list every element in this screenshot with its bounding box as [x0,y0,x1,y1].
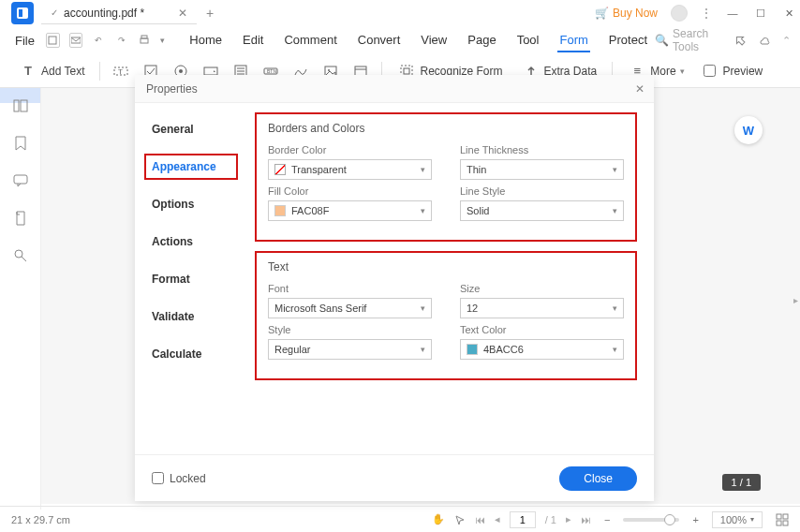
chevron-down-icon: ▾ [750,515,754,524]
font-label: Font [268,283,432,294]
menu-form[interactable]: Form [557,29,589,52]
first-page-icon[interactable]: ⏮ [475,514,485,525]
tab-validate[interactable]: Validate [135,303,247,330]
share-icon[interactable] [733,34,747,47]
search-panel-icon[interactable] [12,247,29,264]
line-style-combo[interactable]: Solid [460,200,624,221]
text-icon: T [19,62,37,81]
svg-rect-31 [777,521,781,525]
thumbnails-icon[interactable] [12,97,29,114]
main-menu: Home Edit Comment Convert View Page Tool… [187,29,649,52]
fill-color-combo[interactable]: FAC08F [268,200,432,221]
style-combo[interactable]: Regular [268,339,432,360]
close-button[interactable]: Close [559,466,637,491]
tab-title: accounting.pdf * [64,7,144,20]
tab-actions[interactable]: Actions [135,229,247,255]
page-badge: 1 / 1 [722,474,761,491]
hand-tool-icon[interactable]: ✋ [432,513,445,525]
bookmarks-icon[interactable] [12,135,29,152]
border-color-combo[interactable]: Transparent [268,159,432,180]
preview-checkbox-input[interactable] [704,65,716,77]
zoom-in-icon[interactable]: + [692,514,698,525]
page-input[interactable] [510,511,536,528]
text-color-value: 4BACC6 [483,344,524,355]
comments-icon[interactable] [12,172,29,189]
size-combo[interactable]: 12 [460,298,624,318]
borders-colors-section: Borders and Colors Border Color Transpar… [255,112,637,242]
border-color-value: Transparent [291,164,347,175]
word-export-widget[interactable]: W [734,116,763,144]
locked-checkbox[interactable]: Locked [152,472,206,485]
next-page-icon[interactable]: ▸ [566,513,571,525]
user-avatar-icon[interactable] [671,5,688,22]
statusbar: 21 x 29.7 cm ✋ ⏮ ◂ / 1 ▸ ⏭ − + 100% ▾ [0,506,800,532]
dialog-content: Borders and Colors Border Color Transpar… [247,103,654,454]
print-dropdown-icon[interactable]: ▾ [160,36,165,45]
zoom-out-icon[interactable]: − [604,514,610,525]
textfield-icon[interactable]: T [111,62,130,81]
verified-icon: ✓ [51,7,58,18]
window-close-icon[interactable]: ✕ [781,7,796,19]
text-color-swatch-icon [467,344,478,355]
chevron-down-icon: ▾ [680,66,685,76]
menu-view[interactable]: View [419,29,449,52]
zoom-dropdown[interactable]: 100% ▾ [712,511,763,528]
menu-comment[interactable]: Comment [282,29,338,52]
dialog-close-icon[interactable]: ✕ [635,82,644,96]
tab-appearance[interactable]: Appearance [144,154,238,180]
save-icon[interactable] [46,33,60,48]
text-section: Text Font Microsoft Sans Serif Size 12 [255,251,637,380]
window-maximize-icon[interactable]: ☐ [753,7,768,19]
window-minimize-icon[interactable]: — [725,7,740,19]
kebab-menu-icon[interactable]: ⋮ [701,7,712,20]
menu-tool[interactable]: Tool [515,29,541,52]
tab-options[interactable]: Options [135,191,247,217]
dialog-tabs: General Appearance Options Actions Forma… [135,103,247,454]
menu-edit[interactable]: Edit [241,29,265,52]
fit-page-icon[interactable] [776,513,789,526]
tab-add-icon[interactable]: + [206,6,214,21]
locked-checkbox-input[interactable] [152,472,164,484]
attachments-icon[interactable] [12,210,29,227]
svg-text:BTN: BTN [267,68,276,74]
cloud-icon[interactable] [758,34,771,47]
search-tools[interactable]: 🔍 Search Tools [655,27,722,53]
tab-close-icon[interactable]: ✕ [178,7,187,20]
document-tab[interactable]: ✓ accounting.pdf * ✕ [41,3,197,24]
prev-page-icon[interactable]: ◂ [495,513,500,525]
dialog-header: Properties ✕ [135,75,654,103]
menu-convert[interactable]: Convert [356,29,403,52]
separator [99,62,100,81]
dialog-footer: Locked Close [135,454,654,501]
expand-icon[interactable]: ⌃ [782,35,791,47]
select-tool-icon[interactable] [454,514,466,525]
svg-rect-5 [141,36,147,38]
style-label: Style [268,324,432,335]
buy-now-button[interactable]: 🛒 Buy Now [595,7,658,20]
svg-rect-29 [777,514,781,519]
preview-label: Preview [723,65,763,78]
print-icon[interactable] [138,33,151,48]
right-expand-icon[interactable]: ▸ [793,295,798,305]
border-color-label: Border Color [268,144,432,155]
tab-calculate[interactable]: Calculate [135,341,247,367]
tab-general[interactable]: General [135,116,247,142]
text-color-combo[interactable]: 4BACC6 [460,339,624,360]
mail-icon[interactable] [69,33,83,48]
add-text-button[interactable]: T Add Text [15,60,88,82]
menu-home[interactable]: Home [187,29,224,52]
file-menu[interactable]: File [9,30,40,52]
undo-icon[interactable]: ↶ [92,33,105,48]
menu-page[interactable]: Page [466,29,497,52]
font-combo[interactable]: Microsoft Sans Serif [268,298,432,318]
last-page-icon[interactable]: ⏭ [581,514,591,525]
menu-protect[interactable]: Protect [607,29,649,52]
svg-rect-2 [49,37,56,44]
tab-format[interactable]: Format [135,266,247,292]
redo-icon[interactable]: ↷ [115,33,128,48]
preview-checkbox[interactable]: Preview [700,63,767,80]
zoom-slider[interactable] [623,518,679,522]
page-total: / 1 [545,514,556,525]
add-text-label: Add Text [41,65,84,78]
line-thickness-combo[interactable]: Thin [460,159,624,180]
